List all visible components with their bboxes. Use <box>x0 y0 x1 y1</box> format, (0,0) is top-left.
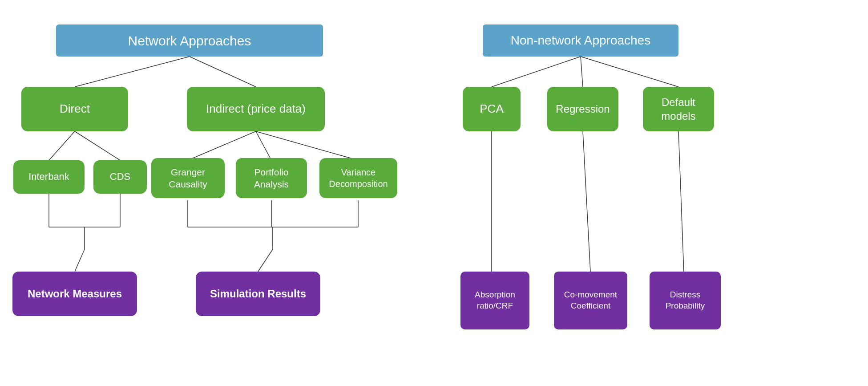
node-cds: CDS <box>93 160 147 194</box>
node-indirect: Indirect (price data) <box>187 87 325 131</box>
node-network-approaches: Network Approaches <box>56 24 323 57</box>
node-absorption-ratio: Absorption ratio/CRF <box>460 272 529 329</box>
node-portfolio-analysis: Portfolio Analysis <box>236 158 307 198</box>
svg-line-5 <box>256 131 271 160</box>
svg-line-3 <box>75 131 120 160</box>
node-network-measures: Network Measures <box>12 272 137 316</box>
node-default-models: Default models <box>643 87 714 131</box>
node-simulation-results: Simulation Results <box>196 272 320 316</box>
svg-line-1 <box>190 57 256 87</box>
svg-line-6 <box>256 131 358 160</box>
node-pca: PCA <box>463 87 521 131</box>
svg-line-22 <box>583 131 590 272</box>
node-non-network-approaches: Non-network Approaches <box>483 24 678 57</box>
svg-line-20 <box>581 57 678 87</box>
svg-line-18 <box>492 57 581 87</box>
svg-line-19 <box>581 57 583 87</box>
node-variance-decomposition: Variance Decomposition <box>319 158 397 198</box>
svg-line-15 <box>75 249 85 272</box>
svg-line-0 <box>75 57 190 87</box>
node-direct: Direct <box>21 87 128 131</box>
svg-line-23 <box>678 131 684 272</box>
svg-line-4 <box>188 131 256 160</box>
node-comovement-coefficient: Co-movement Coefficient <box>554 272 627 329</box>
node-regression: Regression <box>547 87 618 131</box>
node-interbank: Interbank <box>13 160 85 194</box>
diagram-container: Network Approaches Direct Indirect (pric… <box>0 0 868 386</box>
svg-line-17 <box>258 249 273 272</box>
node-distress-probability: Distress Probability <box>650 272 721 329</box>
svg-line-2 <box>49 131 75 160</box>
node-granger-causality: Granger Causality <box>151 158 225 198</box>
